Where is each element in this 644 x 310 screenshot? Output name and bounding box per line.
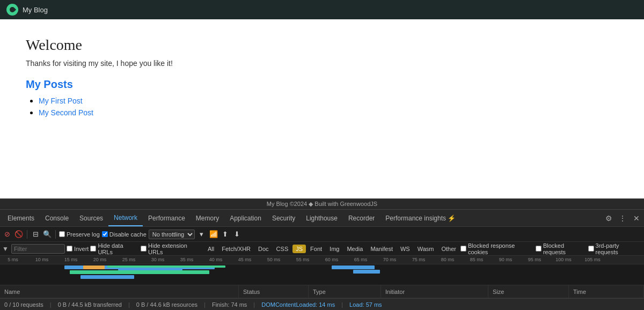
more-options-icon[interactable]: ⋮: [617, 213, 628, 224]
throttle-arrow-icon[interactable]: ▾: [197, 230, 207, 239]
wifi-icon[interactable]: 📶: [209, 230, 218, 239]
tab-memory[interactable]: Memory: [191, 210, 224, 226]
devtools-panel: My Blog ©2024 ◆ Built with GreenwoodJS E…: [0, 198, 644, 310]
badge-img[interactable]: Img: [326, 245, 342, 253]
tab-performance-insights[interactable]: Performance insights ⚡: [380, 210, 461, 226]
hide-extension-urls-label: Hide extension URLs: [148, 242, 203, 255]
preserve-log-label: Preserve log: [67, 231, 100, 238]
blocked-requests-checkbox[interactable]: [536, 246, 541, 252]
search-button[interactable]: 🔍: [42, 230, 52, 239]
timeline-bar-3: [80, 275, 134, 279]
badge-js[interactable]: JS: [292, 245, 306, 253]
badge-other[interactable]: Other: [438, 245, 459, 253]
site-favicon: [6, 4, 18, 16]
clear-button[interactable]: 🚫: [14, 230, 24, 239]
filter-icon[interactable]: ⊟: [31, 230, 40, 239]
filter-input[interactable]: [11, 244, 65, 254]
status-requests: 0 / 10 requests: [4, 301, 43, 308]
blocked-requests-label: Blocked requests: [543, 242, 587, 255]
hide-data-urls-checkbox[interactable]: [90, 246, 96, 252]
blocked-requests-group: Blocked requests: [536, 242, 587, 255]
status-dom-content-loaded: DOMContentLoaded: 14 ms: [261, 301, 335, 308]
invert-label: Invert: [74, 246, 89, 252]
blocked-cookies-checkbox[interactable]: [460, 246, 466, 252]
list-item: My Second Post: [39, 108, 618, 117]
page-title: Welcome: [26, 36, 618, 54]
devtools-timeline[interactable]: 5 ms 10 ms 15 ms 20 ms 25 ms 30 ms 35 ms…: [0, 256, 644, 285]
tm-15ms: 15 ms: [64, 257, 78, 262]
badge-ws[interactable]: WS: [397, 245, 413, 253]
tab-security[interactable]: Security: [267, 210, 301, 226]
timeline-bar-8: [353, 270, 380, 274]
tm-35ms: 35 ms: [180, 257, 194, 262]
badge-media[interactable]: Media: [343, 245, 366, 253]
page-content: Welcome Thanks for visiting my site, I h…: [0, 19, 644, 198]
tab-elements[interactable]: Elements: [2, 210, 40, 226]
tab-sources[interactable]: Sources: [74, 210, 108, 226]
badge-font[interactable]: Font: [307, 245, 325, 253]
tab-network[interactable]: Network: [108, 210, 143, 226]
timeline-bar-5: [107, 265, 225, 268]
toolbar-separator: [27, 230, 27, 239]
th-name: Name: [0, 285, 239, 298]
hide-extension-urls-checkbox[interactable]: [141, 246, 147, 252]
badge-fetch-xhr[interactable]: Fetch/XHR: [218, 245, 254, 253]
third-party-checkbox[interactable]: [588, 246, 594, 252]
tab-performance[interactable]: Performance: [143, 210, 191, 226]
page-subtitle: Thanks for visiting my site, I hope you …: [26, 59, 618, 68]
timeline-bars: [0, 264, 644, 285]
devtools-title-text: My Blog ©2024 ◆ Built with GreenwoodJS: [267, 201, 377, 208]
list-item: My First Post: [39, 96, 618, 106]
devtools-toolbar: ⊘ 🚫 ⊟ 🔍 Preserve log Disable cache No th…: [0, 227, 644, 242]
tm-5ms: 5 ms: [8, 257, 18, 262]
badge-wasm[interactable]: Wasm: [414, 245, 437, 253]
badge-css[interactable]: CSS: [273, 245, 292, 253]
badge-doc[interactable]: Doc: [255, 245, 272, 253]
tm-10ms: 10 ms: [35, 257, 49, 262]
tm-85ms: 85 ms: [470, 257, 484, 262]
th-status: Status: [239, 285, 309, 298]
disable-cache-checkbox[interactable]: [102, 231, 108, 237]
blocked-cookies-label: Blocked response cookies: [468, 242, 535, 255]
disable-cache-group: Disable cache: [102, 231, 147, 238]
timeline-bar-6: [118, 268, 182, 270]
hide-data-urls-group: Hide data URLs: [90, 242, 139, 255]
tm-60ms: 60 ms: [325, 257, 339, 262]
tm-105ms: 105 ms: [584, 257, 601, 262]
tab-application[interactable]: Application: [224, 210, 267, 226]
timeline-ruler: 5 ms 10 ms 15 ms 20 ms 25 ms 30 ms 35 ms…: [0, 256, 644, 264]
post-link-1[interactable]: My First Post: [39, 97, 83, 105]
download-icon[interactable]: ⬇: [232, 230, 242, 239]
devtools-tabs: Elements Console Sources Network Perform…: [0, 210, 644, 227]
tm-45ms: 45 ms: [238, 257, 252, 262]
devtools-statusbar: 0 / 10 requests | 0 B / 44.5 kB transfer…: [0, 298, 644, 310]
preserve-log-checkbox[interactable]: [59, 231, 65, 237]
throttle-select[interactable]: No throttling: [149, 230, 195, 239]
settings-icon[interactable]: ⚙: [603, 213, 614, 224]
th-type: Type: [309, 285, 381, 298]
tab-recorder[interactable]: Recorder: [343, 210, 380, 226]
disable-cache-label: Disable cache: [109, 231, 147, 238]
filter-badge-group: All Fetch/XHR Doc CSS JS Font Img Media …: [204, 242, 642, 255]
site-title: My Blog: [23, 6, 48, 14]
tm-95ms: 95 ms: [528, 257, 541, 262]
upload-icon[interactable]: ⬆: [221, 230, 230, 239]
tm-55ms: 55 ms: [296, 257, 310, 262]
tab-console[interactable]: Console: [40, 210, 74, 226]
status-load: Load: 57 ms: [349, 301, 382, 308]
post-link-2[interactable]: My Second Post: [39, 108, 93, 117]
record-stop-button[interactable]: ⊘: [2, 230, 12, 239]
invert-group: Invert: [67, 246, 89, 252]
invert-checkbox[interactable]: [67, 246, 72, 252]
tm-100ms: 100 ms: [555, 257, 572, 262]
badge-manifest[interactable]: Manifest: [367, 245, 396, 253]
hide-extension-urls-group: Hide extension URLs: [141, 242, 203, 255]
close-devtools-icon[interactable]: ✕: [631, 213, 642, 224]
tm-25ms: 25 ms: [122, 257, 136, 262]
timeline-bar-7: [332, 265, 375, 269]
tm-90ms: 90 ms: [499, 257, 513, 262]
tm-40ms: 40 ms: [209, 257, 223, 262]
badge-all[interactable]: All: [204, 245, 217, 253]
timeline-bar-2: [70, 270, 209, 274]
tab-lighthouse[interactable]: Lighthouse: [301, 210, 343, 226]
